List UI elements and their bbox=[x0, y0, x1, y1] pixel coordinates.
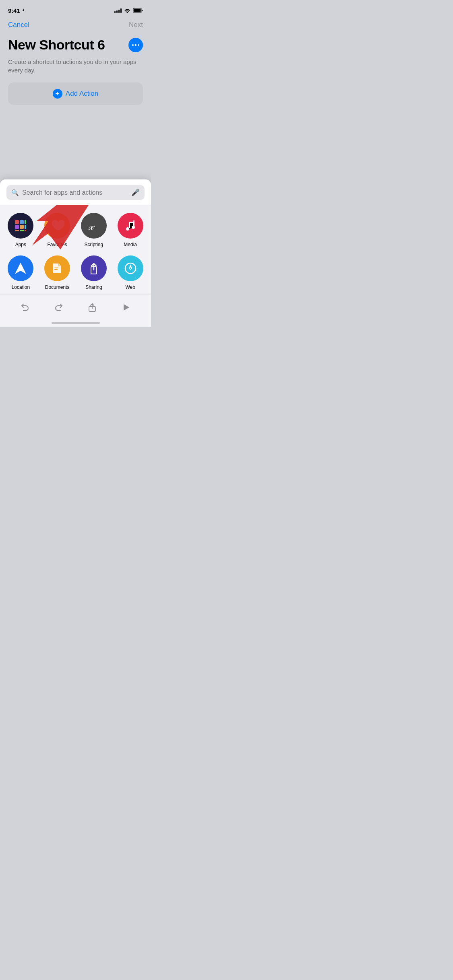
category-documents-label: Documents bbox=[45, 284, 70, 290]
category-documents[interactable]: Documents bbox=[43, 255, 72, 290]
svg-rect-20 bbox=[54, 268, 58, 268]
svg-text:𝓍: 𝓍 bbox=[88, 220, 95, 232]
scripting-icon: 𝓍 bbox=[81, 213, 107, 239]
search-container: 🔍 🎤 bbox=[0, 179, 151, 205]
svg-point-25 bbox=[130, 268, 131, 269]
categories-grid: Apps Favorites 𝓍 Scripting bbox=[0, 205, 151, 294]
compass-icon bbox=[123, 261, 138, 276]
title-row: New Shortcut 6 bbox=[8, 37, 143, 53]
location-arrow-icon bbox=[21, 8, 25, 12]
redo-icon bbox=[54, 303, 64, 312]
svg-rect-11 bbox=[20, 230, 24, 231]
more-button[interactable] bbox=[128, 38, 143, 52]
cancel-button[interactable]: Cancel bbox=[8, 21, 29, 29]
documents-icon bbox=[44, 255, 70, 281]
favorites-icon bbox=[44, 213, 70, 239]
share-toolbar-icon bbox=[87, 303, 97, 312]
add-action-button[interactable]: + Add Action bbox=[8, 82, 143, 105]
category-web-label: Web bbox=[125, 284, 135, 290]
main-content: New Shortcut 6 Create a shortcut to acti… bbox=[0, 34, 151, 111]
svg-rect-4 bbox=[15, 220, 19, 224]
add-action-label: Add Action bbox=[66, 90, 98, 98]
share-button[interactable] bbox=[84, 299, 100, 315]
location-arrow-icon bbox=[13, 261, 28, 276]
apps-grid-icon bbox=[13, 218, 28, 233]
category-media[interactable]: Media bbox=[116, 213, 145, 247]
search-bar[interactable]: 🔍 🎤 bbox=[6, 185, 145, 200]
undo-icon bbox=[20, 303, 30, 312]
location-icon bbox=[8, 255, 33, 281]
svg-rect-10 bbox=[15, 230, 19, 231]
home-indicator bbox=[0, 319, 151, 327]
search-icon: 🔍 bbox=[11, 189, 19, 196]
shortcut-title: New Shortcut 6 bbox=[8, 37, 105, 53]
svg-rect-6 bbox=[25, 220, 26, 224]
signal-icon bbox=[114, 8, 122, 13]
category-sharing-label: Sharing bbox=[85, 284, 102, 290]
nav-bar: Cancel Next bbox=[0, 18, 151, 34]
category-location-label: Location bbox=[12, 284, 30, 290]
battery-icon bbox=[133, 8, 143, 13]
svg-rect-17 bbox=[133, 220, 134, 226]
time-label: 9:41 bbox=[8, 7, 20, 14]
shortcut-description: Create a shortcut to actions you do in y… bbox=[8, 58, 143, 74]
svg-point-14 bbox=[126, 227, 129, 231]
category-location[interactable]: Location bbox=[6, 255, 35, 290]
svg-rect-21 bbox=[54, 269, 58, 270]
svg-rect-18 bbox=[129, 222, 134, 223]
redo-button[interactable] bbox=[51, 299, 67, 315]
plus-icon: + bbox=[53, 89, 62, 99]
document-icon bbox=[50, 261, 64, 276]
svg-rect-9 bbox=[25, 225, 26, 229]
apps-icon bbox=[8, 213, 33, 239]
svg-rect-7 bbox=[15, 225, 19, 229]
status-time: 9:41 bbox=[8, 7, 25, 14]
script-x-icon: 𝓍 bbox=[87, 218, 101, 233]
mic-icon[interactable]: 🎤 bbox=[131, 188, 140, 197]
category-media-label: Media bbox=[124, 242, 137, 247]
wifi-icon bbox=[124, 8, 130, 13]
next-button[interactable]: Next bbox=[129, 21, 143, 29]
category-web[interactable]: Web bbox=[116, 255, 145, 290]
bottom-sheet: 🔍 🎤 Apps bbox=[0, 179, 151, 327]
svg-rect-1 bbox=[134, 9, 141, 12]
svg-rect-8 bbox=[20, 225, 24, 229]
home-bar bbox=[52, 322, 100, 324]
status-icons bbox=[114, 8, 143, 13]
category-apps-label: Apps bbox=[15, 242, 26, 247]
share-icon bbox=[87, 261, 101, 276]
category-sharing[interactable]: Sharing bbox=[80, 255, 108, 290]
category-scripting-label: Scripting bbox=[85, 242, 103, 247]
heart-icon bbox=[50, 218, 64, 233]
more-dots-icon bbox=[132, 44, 139, 46]
web-icon bbox=[118, 255, 143, 281]
svg-marker-27 bbox=[124, 304, 129, 311]
undo-button[interactable] bbox=[17, 299, 33, 315]
category-favorites-label: Favorites bbox=[47, 242, 67, 247]
svg-rect-12 bbox=[25, 230, 26, 231]
bottom-toolbar bbox=[0, 294, 151, 319]
sharing-icon bbox=[81, 255, 107, 281]
media-icon bbox=[118, 213, 143, 239]
svg-rect-5 bbox=[20, 220, 24, 224]
status-bar: 9:41 bbox=[0, 0, 151, 18]
category-apps[interactable]: Apps bbox=[6, 213, 35, 247]
category-favorites[interactable]: Favorites bbox=[43, 213, 72, 247]
category-scripting[interactable]: 𝓍 Scripting bbox=[80, 213, 108, 247]
search-input[interactable] bbox=[22, 189, 128, 196]
play-icon bbox=[121, 303, 131, 312]
svg-marker-19 bbox=[15, 263, 26, 274]
play-button[interactable] bbox=[118, 299, 134, 315]
music-note-icon bbox=[123, 218, 138, 233]
